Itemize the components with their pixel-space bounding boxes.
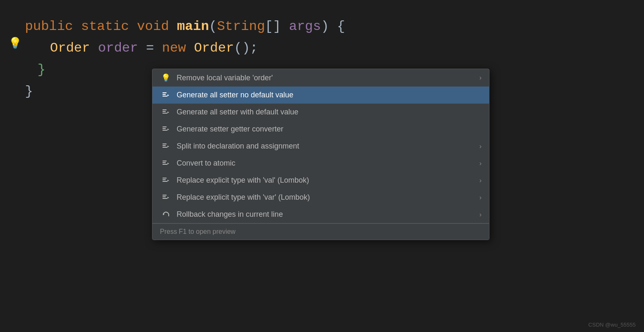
refactor-icon-3	[160, 108, 172, 116]
footer-text: Press F1 to open preview	[160, 228, 235, 235]
svg-rect-6	[162, 113, 167, 114]
keyword-public: public	[25, 17, 73, 37]
chevron-icon-6: ›	[479, 160, 482, 167]
svg-rect-24	[162, 195, 167, 196]
svg-marker-15	[167, 146, 169, 147]
refactor-icon-7	[160, 176, 172, 185]
svg-rect-13	[162, 145, 166, 146]
menu-footer: Press F1 to open preview	[152, 223, 489, 240]
menu-item-remove-local-var[interactable]: 💡 Remove local variable 'order' ›	[152, 69, 489, 87]
chevron-icon-9: ›	[479, 211, 482, 218]
svg-rect-16	[162, 161, 167, 161]
menu-item-generate-setter-with-default[interactable]: Generate all setter with default value	[152, 104, 489, 121]
menu-item-generate-setter-getter[interactable]: Generate setter getter converter	[152, 121, 489, 138]
keyword-new: new	[162, 38, 186, 58]
menu-item-rollback[interactable]: Rollback changes in current line ›	[152, 206, 489, 223]
method-name: main	[177, 17, 209, 37]
menu-item-label-5: Split into declaration and assignment	[177, 142, 479, 151]
menu-item-label-4: Generate setter getter converter	[177, 125, 482, 134]
svg-marker-23	[167, 180, 169, 181]
svg-marker-19	[167, 163, 169, 164]
svg-rect-25	[162, 196, 166, 197]
svg-rect-14	[162, 147, 167, 148]
svg-marker-3	[167, 94, 169, 96]
menu-item-replace-val[interactable]: Replace explicit type with 'val' (Lombok…	[152, 172, 489, 189]
svg-rect-17	[162, 162, 166, 163]
svg-rect-22	[162, 181, 167, 182]
equals: =	[146, 38, 154, 58]
chevron-icon-8: ›	[479, 194, 482, 201]
menu-item-label-3: Generate all setter with default value	[177, 108, 482, 116]
type-order-new: Order	[194, 38, 234, 58]
menu-item-label: Remove local variable 'order'	[177, 74, 479, 82]
svg-marker-7	[167, 111, 169, 113]
refactor-icon-8	[160, 193, 172, 202]
context-menu: 💡 Remove local variable 'order' › Genera…	[152, 69, 489, 240]
bulb-icon: 💡	[160, 73, 172, 82]
svg-rect-20	[162, 178, 167, 178]
chevron-icon-5: ›	[479, 143, 482, 150]
refactor-icon-2	[160, 91, 172, 99]
type-string: String	[217, 17, 265, 37]
menu-item-convert-atomic[interactable]: Convert to atomic ›	[152, 155, 489, 172]
svg-rect-0	[162, 92, 167, 93]
watermark: CSDN @wu_55555	[588, 322, 636, 328]
chevron-icon-7: ›	[479, 177, 482, 184]
keyword-static: static	[81, 17, 129, 37]
menu-item-label-7: Replace explicit type with 'val' (Lombok…	[177, 176, 479, 185]
refactor-icon-5	[160, 142, 172, 151]
svg-rect-8	[162, 126, 167, 127]
param-args: args	[289, 17, 321, 37]
punc-open-paren: (	[209, 17, 217, 37]
svg-marker-27	[167, 197, 169, 198]
keyword-void: void	[137, 17, 169, 37]
menu-item-generate-setter-no-default[interactable]: Generate all setter no default value	[152, 87, 489, 104]
punc-parens: ();	[234, 38, 258, 58]
svg-rect-26	[162, 198, 167, 199]
refactor-icon-6	[160, 159, 172, 168]
menu-item-label-6: Convert to atomic	[177, 159, 479, 168]
svg-marker-11	[167, 129, 169, 130]
menu-item-label-8: Replace explicit type with 'var' (Lombok…	[177, 193, 479, 202]
svg-rect-1	[162, 94, 166, 95]
punc-close: ) {	[321, 17, 345, 37]
svg-rect-5	[162, 111, 166, 112]
bracket: []	[265, 17, 281, 37]
svg-rect-21	[162, 179, 166, 180]
menu-item-label-selected: Generate all setter no default value	[177, 91, 482, 99]
brace-close-outer: }	[25, 82, 33, 102]
svg-rect-9	[162, 128, 166, 129]
refactor-icon-4	[160, 125, 172, 134]
menu-item-replace-var[interactable]: Replace explicit type with 'var' (Lombok…	[152, 189, 489, 206]
rollback-icon	[160, 211, 172, 219]
code-line-2: Order order = new Order();	[25, 38, 619, 58]
editor-area: 💡 public static void main(String[] args)…	[0, 0, 644, 332]
svg-rect-12	[162, 144, 167, 144]
code-line-1: public static void main(String[] args) {	[25, 17, 619, 37]
var-order: order	[98, 38, 138, 58]
chevron-icon: ›	[479, 74, 482, 82]
menu-item-label-9: Rollback changes in current line	[177, 210, 479, 219]
menu-item-split-declaration[interactable]: Split into declaration and assignment ›	[152, 138, 489, 155]
lightbulb-icon[interactable]: 💡	[8, 37, 22, 50]
svg-rect-18	[162, 164, 167, 165]
type-order: Order	[50, 38, 90, 58]
svg-rect-10	[162, 130, 167, 131]
svg-rect-4	[162, 109, 167, 110]
brace-close-inner: }	[37, 60, 45, 80]
svg-rect-2	[162, 96, 167, 97]
